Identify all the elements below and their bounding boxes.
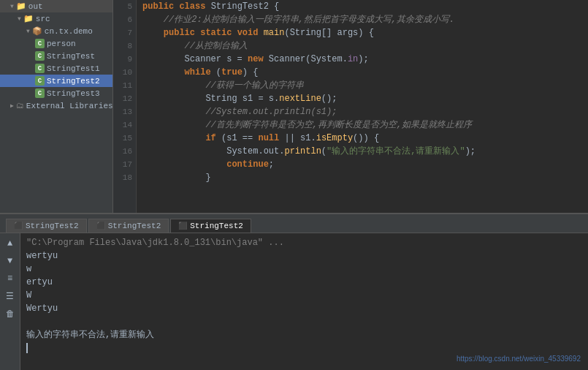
- scroll-down-button[interactable]: ▼: [3, 254, 18, 268]
- terminal-tab-1[interactable]: ⬛ StringTest2: [6, 219, 87, 233]
- terminal-panel: ⬛ StringTest2 ⬛ StringTest2 ⬛ StringTest…: [0, 213, 588, 370]
- tab-icon: ⬛: [178, 222, 187, 230]
- terminal-tabs: ⬛ StringTest2 ⬛ StringTest2 ⬛ StringTest…: [0, 214, 588, 233]
- comment: //System.out.println(s1);: [142, 105, 337, 118]
- code-text: (: [321, 145, 327, 158]
- sidebar-item-package[interactable]: ▼ 📦 cn.tx.demo: [0, 25, 112, 37]
- line-num-14: 14: [113, 118, 132, 132]
- code-text: Scanner(System.: [269, 53, 348, 66]
- keyword: static: [200, 26, 237, 39]
- sidebar-item-src[interactable]: ▼ 📁 src: [0, 12, 112, 25]
- chevron-down-icon: ▼: [10, 3, 14, 10]
- code-line-11: //获得一个输入的字符串: [142, 79, 588, 92]
- sidebar-item-stringtest[interactable]: C StringTest: [0, 50, 112, 62]
- keyword: if: [142, 132, 221, 145]
- class-icon: C: [35, 39, 45, 48]
- terminal-line-0: "C:\Program Files\Java\jdk1.8.0_131\bin\…: [26, 236, 582, 249]
- terminal-body: ▲ ▼ ≡ ☰ 🗑 "C:\Program Files\Java\jdk1.8.…: [0, 233, 588, 370]
- settings-button[interactable]: ☰: [3, 289, 18, 303]
- code-text: (String[] args) {: [284, 26, 373, 39]
- clear-button[interactable]: 🗑: [3, 306, 18, 321]
- code-text: );: [358, 53, 368, 66]
- keyword: while: [142, 66, 216, 79]
- line-num-8: 8: [113, 39, 132, 53]
- code-lines[interactable]: public class StringTest2 { ▶ //作业2:从控制台输…: [137, 0, 588, 213]
- method-call: nextLine: [279, 92, 321, 105]
- terminal-line-4: W: [26, 289, 582, 302]
- line-numbers: 5 6 7 8 9 10 11 12 13 14 15 16 17 18: [113, 0, 137, 213]
- code-line-9: Scanner s = new Scanner(System.in);: [142, 53, 588, 66]
- tab-label: StringTest2: [190, 222, 243, 230]
- code-text: ();: [321, 92, 337, 105]
- code-line-17: continue;: [142, 158, 588, 171]
- sidebar-item-person[interactable]: C person: [0, 37, 112, 50]
- terminal-tab-2[interactable]: ⬛ StringTest2: [88, 219, 169, 233]
- terminal-line-7: 输入的字符串不合法,请重新输入: [26, 328, 582, 341]
- line-num-18: 18: [113, 171, 132, 184]
- code-text: ) {: [243, 66, 259, 79]
- tab-label: StringTest2: [26, 222, 79, 230]
- code-text: System.out.: [142, 145, 284, 158]
- class-icon: C: [35, 76, 45, 86]
- code-line-18: }: [142, 171, 588, 184]
- wrap-button[interactable]: ≡: [3, 271, 18, 286]
- terminal-content[interactable]: "C:\Program Files\Java\jdk1.8.0_131\bin\…: [20, 233, 588, 370]
- folder-icon: 📁: [16, 1, 26, 11]
- code-text: (s1 ==: [221, 132, 258, 145]
- field: in: [348, 53, 358, 66]
- method-call: isEmpty: [316, 132, 353, 145]
- code-line-10: while (true) {: [142, 66, 588, 79]
- code-container: 5 6 7 8 9 10 11 12 13 14 15 16 17 18 pub…: [113, 0, 588, 213]
- sidebar-item-external[interactable]: ▶ 🗂 External Libraries: [0, 99, 112, 112]
- sidebar-item-stringtest1[interactable]: C StringTest1: [0, 62, 112, 75]
- cursor: [26, 343, 28, 353]
- chevron-down-icon: ▼: [26, 28, 30, 34]
- line-num-10: 10: [113, 66, 132, 79]
- scroll-up-button[interactable]: ▲: [3, 236, 18, 251]
- comment: //作业2:从控制台输入一段字符串,然后把首字母变成大写,其余变成小写.: [142, 13, 454, 26]
- main-area: ▼ 📁 out ▼ 📁 src ▼ 📦 cn.tx.demo C person …: [0, 0, 588, 213]
- terminal-line-2: w: [26, 263, 582, 276]
- line-num-12: 12: [113, 92, 132, 105]
- code-line-14: //首先判断字符串是否为空,再判断长度是否为空,如果是就终止程序: [142, 118, 588, 132]
- sidebar: ▼ 📁 out ▼ 📁 src ▼ 📦 cn.tx.demo C person …: [0, 0, 113, 213]
- external-icon: 🗂: [16, 101, 24, 110]
- sidebar-item-label: StringTest3: [47, 89, 100, 98]
- terminal-line-6: [26, 315, 582, 328]
- string-literal: "输入的字符串不合法,请重新输入": [327, 145, 465, 158]
- code-line-15: if (s1 == null || s1.isEmpty()) {: [142, 132, 588, 145]
- terminal-tab-3[interactable]: ⬛ StringTest2: [170, 219, 251, 233]
- comment: //获得一个输入的字符串: [142, 79, 304, 92]
- keyword: void: [237, 26, 264, 39]
- line-num-13: 13: [113, 105, 132, 118]
- watermark: https://blog.csdn.net/weixin_45339692: [457, 352, 581, 366]
- class-name: StringTest2 {: [211, 0, 280, 13]
- sidebar-item-label: cn.tx.demo: [45, 27, 93, 36]
- code-line-13: //System.out.println(s1);: [142, 105, 588, 118]
- sidebar-item-label: StringTest2: [47, 77, 100, 86]
- code-text: ;: [269, 158, 274, 171]
- keyword: class: [179, 0, 210, 13]
- sidebar-item-label: out: [28, 2, 43, 11]
- editor-area: 5 6 7 8 9 10 11 12 13 14 15 16 17 18 pub…: [113, 0, 588, 213]
- line-num-15: 15: [113, 132, 132, 145]
- line-num-17: 17: [113, 158, 132, 171]
- sidebar-item-label: src: [36, 15, 50, 23]
- line-num-7: 7: [113, 26, 132, 39]
- package-icon: 📦: [32, 26, 42, 36]
- line-num-6: 6: [113, 13, 132, 26]
- tab-label: StringTest2: [108, 222, 161, 230]
- terminal-line-3: ertyu: [26, 276, 582, 289]
- tab-icon: ⬛: [96, 222, 105, 230]
- terminal-line-1: wertyu: [26, 249, 582, 263]
- terminal-line-5: Wertyu: [26, 302, 582, 315]
- sidebar-item-label: StringTest: [47, 52, 95, 61]
- sidebar-item-stringtest3[interactable]: C StringTest3: [0, 87, 112, 99]
- keyword: new: [248, 53, 269, 66]
- sidebar-item-label: External Libraries: [26, 102, 113, 110]
- code-text: }: [142, 171, 211, 184]
- sidebar-item-out[interactable]: ▼ 📁 out: [0, 0, 112, 12]
- src-folder-icon: 📁: [23, 14, 34, 23]
- line-num-9: 9: [113, 53, 132, 66]
- sidebar-item-stringtest2[interactable]: C StringTest2: [0, 75, 112, 87]
